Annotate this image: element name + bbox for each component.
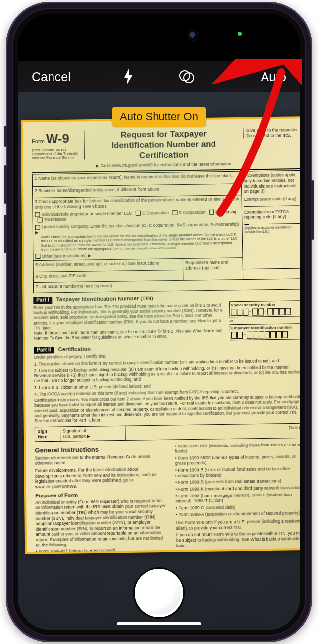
doc-part2-bar: Part II [34, 347, 54, 354]
doc-1098: • Form 1098 (home mortgage interest), 10… [176, 492, 300, 504]
doc-1099int: • Form 1099-INT (interest earned or paid… [36, 547, 167, 554]
doc-use-p1: Use Form W-9 only if you are a U.S. pers… [176, 518, 300, 531]
doc-part1-bar: Part I [33, 297, 52, 304]
doc-1099div: • Form 1099-DIV (dividends, including th… [175, 442, 300, 454]
doc-requester: Requester's name and address (optional) [183, 258, 243, 280]
doc-goto: ▶ Go to www.irs.gov/FormW9 for instructi… [92, 161, 237, 169]
doc-exempt-fatca: Exemption from FATCA reporting code (if … [244, 209, 300, 220]
doc-exempt-payee: Exempt payee code (if any) [244, 196, 300, 202]
front-camera-icon [189, 31, 198, 40]
doc-sign-date: Date ▶ [125, 424, 300, 440]
doc-chk-s: S Corporation [179, 210, 206, 215]
doc-ssn-label: Social security number [231, 302, 275, 307]
doc-cert-2: 2. I am not subject to backup withholdin… [34, 365, 300, 384]
auto-shutter-banner: Auto Shutter On [112, 107, 206, 127]
doc-1099b: • Form 1099-B (stock or mutual fund sale… [175, 466, 300, 478]
doc-pof: Purpose of Form [35, 491, 166, 499]
phone-frame: Cancel Auto [6, 2, 312, 642]
shutter-button[interactable] [135, 569, 183, 617]
flash-icon[interactable] [123, 69, 134, 85]
silence-switch [4, 126, 7, 147]
camera-privacy-indicator-icon [238, 32, 242, 36]
doc-use-p2: If you do not return Form W-9 to the req… [176, 531, 300, 548]
doc-llc-note: Note: Check the appropriate box in the l… [41, 232, 240, 252]
doc-form-number: W-9 [46, 131, 69, 146]
doc-or: or [230, 317, 300, 323]
doc-gi: General Instructions [35, 445, 166, 454]
doc-chk-p: Partnership [215, 209, 238, 215]
home-indicator[interactable] [117, 622, 201, 625]
svg-point-1 [184, 73, 194, 83]
doc-gi-p2: Future developments. For the latest info… [35, 466, 167, 490]
doc-form-label: Form [32, 138, 45, 144]
camera-viewfinder[interactable]: Form W-9 (Rev. October 2018) Department … [18, 92, 300, 630]
doc-part2-title: Certification [58, 346, 91, 353]
doc-sign-here: Sign Here [35, 427, 60, 441]
filter-icon[interactable] [178, 69, 195, 84]
doc-give-form: Give Form to the requester. Do not send … [243, 127, 300, 139]
doc-1099a: • Form 1099-A (acquisition or abandonmen… [176, 510, 300, 517]
doc-exemptions-head: 4 Exemptions (codes apply only to certai… [244, 172, 299, 194]
doc-sign-sig: Signature of U.S. person ▶ [60, 426, 126, 441]
doc-row-3: 3 Check appropriate box for federal tax … [35, 197, 240, 210]
cancel-button[interactable]: Cancel [32, 70, 76, 84]
doc-chk-t: Trust/estate [44, 217, 67, 222]
power-button [311, 180, 314, 240]
doc-part1-text: Enter your TIN in the appropriate box. T… [33, 303, 225, 343]
doc-1099misc: • Form 1099-MISC (various types of incom… [175, 454, 300, 466]
svg-point-0 [180, 71, 190, 81]
doc-gi-p1: Section references are to the Internal R… [35, 454, 166, 466]
doc-ein-label: Employer identification number [231, 325, 292, 330]
volume-up-button [4, 165, 7, 204]
detected-document-outline: Form W-9 (Rev. October 2018) Department … [21, 116, 300, 554]
dynamic-island [114, 25, 204, 47]
doc-chk-c: C Corporation [142, 210, 169, 216]
document-preview: Form W-9 (Rev. October 2018) Department … [23, 118, 300, 552]
doc-1099c: • Form 1099-C (canceled debt) [176, 504, 300, 511]
doc-title-2: Identification Number and Certification [91, 139, 236, 161]
doc-part1-title: Taxpayer Identification Number (TIN) [56, 296, 153, 303]
auto-capture-toggle[interactable]: Auto [242, 70, 286, 84]
doc-chk-individual: Individual/sole proprietor or single-mem… [41, 211, 132, 217]
doc-cert-instr: Certification instructions. You must cro… [34, 395, 300, 424]
screen: Cancel Auto [18, 14, 300, 630]
doc-revision: (Rev. October 2018) Department of the Tr… [32, 148, 81, 160]
volume-down-button [4, 215, 7, 253]
doc-pof-p: An individual or entity (Form W-9 reques… [35, 498, 167, 547]
doc-1099k: • Form 1099-K (merchant card and third p… [175, 485, 300, 492]
scanner-toolbar: Cancel Auto [18, 61, 300, 92]
doc-1099s: • Form 1099-S (proceeds from real estate… [175, 478, 300, 485]
doc-chk-other: Other (see instructions) ▶ [42, 253, 91, 258]
doc-exempt-note: (Applies to accounts maintained outside … [244, 225, 300, 234]
